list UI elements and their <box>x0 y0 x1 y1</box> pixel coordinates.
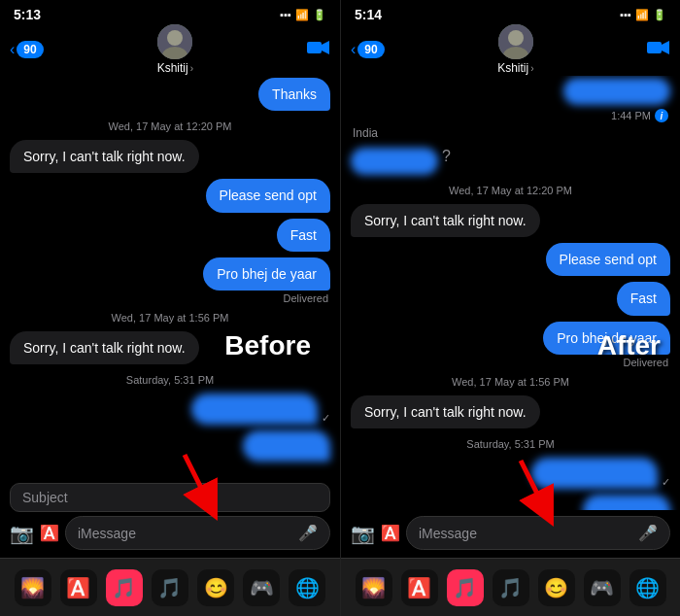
messages-area-after: 1:44 PM i India ? Wed, 17 May at 12:20 P… <box>341 76 680 510</box>
camera-icon-before[interactable]: 📷 <box>10 522 34 545</box>
contact-avatar-before[interactable]: Kshitij › <box>157 24 193 75</box>
dock-emoji2-before[interactable]: 🎮 <box>243 569 280 606</box>
camera-icon-after[interactable]: 📷 <box>351 522 375 545</box>
wifi-icon-after: 📶 <box>635 9 649 21</box>
msg-blur-incoming-after: ? <box>341 146 680 177</box>
svg-rect-10 <box>647 42 662 53</box>
status-bar-before: 5:13 ▪▪▪ 📶 🔋 <box>0 0 340 27</box>
back-button-before[interactable]: ‹ 90 <box>10 41 44 58</box>
video-call-button-after[interactable] <box>647 39 670 61</box>
dock-emoji1-after[interactable]: 😊 <box>538 569 575 606</box>
bubble-sorry-2-before: Sorry, I can't talk right now. <box>10 331 199 364</box>
chevron-left-icon: ‹ <box>10 41 15 58</box>
imessage-placeholder-before: iMessage <box>78 526 136 541</box>
dock-facetime-after[interactable]: 🎵 <box>493 569 529 606</box>
status-time-before: 5:13 <box>14 7 41 22</box>
contact-avatar-after[interactable]: Kshitij › <box>497 24 533 75</box>
msg-blur-1-before: ✓ <box>0 392 340 427</box>
bubble-thanks: Thanks <box>258 78 330 111</box>
annotation-before: Before <box>224 330 311 361</box>
back-badge-before: 90 <box>17 41 43 58</box>
dock-emoji2-after[interactable]: 🎮 <box>584 569 621 606</box>
msg-sorry-2-after: Sorry, I can't talk right now. <box>341 394 680 430</box>
dock-photos-after[interactable]: 🌄 <box>356 569 392 606</box>
nav-bar-after: ‹ 90 Kshitij › <box>341 27 680 76</box>
apps-icon-before[interactable]: 🅰️ <box>40 524 59 542</box>
bubble-please-after: Please send opt <box>546 243 670 276</box>
info-icon-after[interactable]: i <box>655 109 668 122</box>
back-button-after[interactable]: ‹ 90 <box>351 41 385 58</box>
msg-please-before: Please send opt <box>0 177 340 214</box>
signal-icon: ▪▪▪ <box>280 9 291 20</box>
dock-music-after[interactable]: 🎵 <box>447 569 484 606</box>
msg-please-after: Please send opt <box>341 241 680 278</box>
subject-placeholder-before: Subject <box>22 490 68 505</box>
before-panel: 5:13 ▪▪▪ 📶 🔋 ‹ 90 Kshitij › <box>0 0 340 616</box>
signal-icon-after: ▪▪▪ <box>620 9 631 20</box>
contact-name-after: Kshitij › <box>497 61 533 75</box>
status-icons-after: ▪▪▪ 📶 🔋 <box>620 9 666 21</box>
india-label: India <box>341 126 680 144</box>
dock-appstore-after[interactable]: 🅰️ <box>401 569 438 606</box>
prev-time-label: 1:44 PM <box>611 110 651 121</box>
msg-fast-before: Fast <box>0 217 340 254</box>
msg-thanks: Thanks <box>0 76 340 113</box>
status-icons-before: ▪▪▪ 📶 🔋 <box>280 9 326 21</box>
apps-icon-after[interactable]: 🅰️ <box>381 524 400 542</box>
dock-photos-before[interactable]: 🌄 <box>15 569 51 606</box>
contact-chevron-after: › <box>530 63 533 74</box>
chevron-left-icon-after: ‹ <box>351 41 356 58</box>
prev-time-row: 1:44 PM i <box>341 109 680 124</box>
svg-line-13 <box>521 461 545 509</box>
bubble-pro-before: Pro bhej de yaar <box>203 257 330 291</box>
msg-fast-after: Fast <box>341 280 680 317</box>
contact-chevron-before: › <box>190 63 193 74</box>
bubble-sorry-2-after: Sorry, I can't talk right now. <box>351 395 540 428</box>
nav-bar-before: ‹ 90 Kshitij › <box>0 27 340 76</box>
msg-pro-before: Pro bhej de yaar <box>0 256 340 292</box>
annotation-after: After <box>597 330 661 361</box>
imessage-placeholder-after: iMessage <box>419 526 477 541</box>
svg-point-8 <box>508 30 524 46</box>
mic-icon-after: 🎤 <box>638 524 658 542</box>
prev-blur-bubble <box>563 78 670 105</box>
blur-incoming-bubble <box>351 148 438 175</box>
red-arrow-before <box>155 445 233 523</box>
dock-web-after[interactable]: 🌐 <box>629 569 666 606</box>
bubble-fast-after: Fast <box>617 282 670 315</box>
svg-marker-11 <box>662 41 669 54</box>
dock-after: 🌄 🅰️ 🎵 🎵 😊 🎮 🌐 <box>341 558 680 616</box>
dock-before: 🌄 🅰️ 🎵 🎵 😊 🎮 🌐 <box>0 558 340 616</box>
dock-emoji1-before[interactable]: 😊 <box>197 569 234 606</box>
wifi-icon: 📶 <box>295 9 309 21</box>
prev-blur-row <box>341 76 680 107</box>
bubble-fast-before: Fast <box>277 219 330 252</box>
bubble-sorry-1-after: Sorry, I can't talk right now. <box>351 204 540 237</box>
msg-sorry-1-after: Sorry, I can't talk right now. <box>341 202 680 239</box>
messages-area-before: Thanks Wed, 17 May at 12:20 PM Sorry, I … <box>0 76 340 477</box>
bubble-sorry-1-before: Sorry, I can't talk right now. <box>10 140 199 173</box>
date-label-1-before: Wed, 17 May at 12:20 PM <box>0 115 340 136</box>
battery-icon: 🔋 <box>313 9 326 21</box>
bubble-please-before: Please send opt <box>206 179 330 212</box>
msg-sorry-1-before: Sorry, I can't talk right now. <box>0 138 340 175</box>
dock-appstore-before[interactable]: 🅰️ <box>60 569 97 606</box>
contact-name-before: Kshitij › <box>157 61 193 75</box>
avatar-image-before <box>157 24 192 59</box>
date-label-1-after: Wed, 17 May at 12:20 PM <box>341 179 680 200</box>
avatar-image-after <box>498 24 533 59</box>
back-badge-after: 90 <box>357 41 384 58</box>
delivered-label-before: Delivered <box>0 292 340 304</box>
dock-web-before[interactable]: 🌐 <box>289 569 325 606</box>
mic-icon-before: 🎤 <box>298 524 318 542</box>
video-call-button-before[interactable] <box>307 39 330 61</box>
status-bar-after: 5:14 ▪▪▪ 📶 🔋 <box>341 0 680 27</box>
red-arrow-after <box>487 451 574 529</box>
dock-music-before[interactable]: 🎵 <box>106 569 143 606</box>
svg-line-6 <box>185 455 209 503</box>
after-panel: 5:14 ▪▪▪ 📶 🔋 ‹ 90 Kshitij › <box>340 0 680 616</box>
svg-marker-4 <box>322 41 329 54</box>
dock-facetime-before[interactable]: 🎵 <box>152 569 188 606</box>
date-label-2-after: Wed, 17 May at 1:56 PM <box>341 370 680 392</box>
status-time-after: 5:14 <box>355 7 382 22</box>
